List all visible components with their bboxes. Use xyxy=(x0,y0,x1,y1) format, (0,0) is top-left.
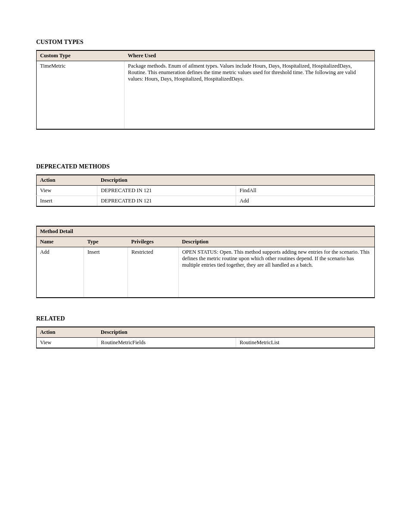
cell-item1: RoutineMetricFields xyxy=(97,338,236,348)
cell-old: DEPRECATED IN 121 xyxy=(97,185,236,196)
table-row: View DEPRECATED IN 121 FindAll xyxy=(37,185,375,196)
table-row: Action Description xyxy=(37,327,375,338)
cell-action: View xyxy=(37,338,97,348)
cell-type: Insert xyxy=(84,247,128,298)
table-row: Name Type Privileges Description xyxy=(37,236,375,247)
column-header: Privileges xyxy=(128,236,178,247)
section-title-deprecated: DEPRECATED METHODS xyxy=(36,163,375,170)
band-header: Method Detail xyxy=(37,226,375,237)
column-header: Type xyxy=(84,236,128,247)
table-row: TimeMetric Package methods. Enum of ailm… xyxy=(37,61,375,129)
cell-where-used: Package methods. Enum of ailment types. … xyxy=(125,61,375,129)
table-deprecated: Action Description View DEPRECATED IN 12… xyxy=(36,174,375,207)
cell-custom-type: TimeMetric xyxy=(37,61,125,129)
column-header: Where Used xyxy=(125,50,375,61)
column-header: Description xyxy=(97,327,375,338)
cell-old: DEPRECATED IN 121 xyxy=(97,196,236,206)
cell-desc: OPEN STATUS: Open. This method supports … xyxy=(178,247,374,298)
section-title-custom-types: CUSTOM TYPES xyxy=(36,39,375,46)
table-row: Custom Type Where Used xyxy=(37,50,375,61)
cell-action: Insert xyxy=(37,196,97,206)
cell-new: Add xyxy=(236,196,375,206)
cell-name: Add xyxy=(37,247,84,298)
table-custom-types: Custom Type Where Used TimeMetric Packag… xyxy=(36,50,375,130)
table-row: Action Description xyxy=(37,175,375,186)
cell-action: View xyxy=(37,185,97,196)
cell-priv: Restricted xyxy=(128,247,178,298)
page-content: CUSTOM TYPES Custom Type Where Used Time… xyxy=(0,0,411,409)
column-header: Name xyxy=(37,236,84,247)
column-header: Description xyxy=(97,175,375,186)
column-header: Action xyxy=(37,175,97,186)
table-method-detail: Method Detail Name Type Privileges Descr… xyxy=(36,226,375,299)
table-related: Action Description View RoutineMetricFie… xyxy=(36,327,375,348)
column-header: Action xyxy=(37,327,97,338)
cell-new: FindAll xyxy=(236,185,375,196)
column-header: Custom Type xyxy=(37,50,125,61)
section-title-related: RELATED xyxy=(36,315,375,322)
table-row: View RoutineMetricFields RoutineMetricLi… xyxy=(37,338,375,348)
table-row: Add Insert Restricted OPEN STATUS: Open.… xyxy=(37,247,375,298)
column-header: Description xyxy=(178,236,374,247)
table-row: Method Detail xyxy=(37,226,375,237)
cell-item2: RoutineMetricList xyxy=(236,338,375,348)
table-row: Insert DEPRECATED IN 121 Add xyxy=(37,196,375,206)
